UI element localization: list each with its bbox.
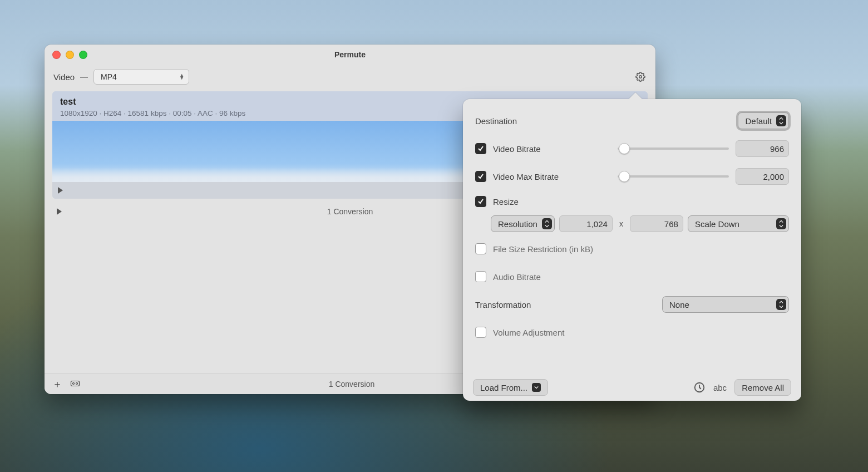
category-label: Video: [53, 72, 75, 82]
resize-mode-value: Resolution: [498, 219, 537, 229]
dimension-separator: x: [619, 219, 623, 228]
load-from-label: Load From...: [480, 383, 527, 392]
destination-select[interactable]: Default: [738, 112, 789, 129]
chevron-updown-icon: [776, 115, 786, 126]
svg-point-2: [73, 382, 75, 384]
audio-bitrate-checkbox[interactable]: [475, 271, 486, 282]
play-icon[interactable]: [58, 187, 63, 194]
remove-all-label: Remove All: [742, 383, 784, 392]
resize-width-field[interactable]: 1,024: [559, 215, 613, 232]
chevron-updown-icon: [776, 299, 786, 310]
filesize-label: File Size Restriction (in kB): [493, 244, 593, 254]
volume-label: Volume Adjustment: [493, 328, 564, 337]
resize-scale-select[interactable]: Scale Down: [688, 215, 789, 232]
svg-point-0: [639, 76, 642, 78]
start-all-icon[interactable]: [57, 208, 62, 215]
popover-toolbar: Load From... abc Remove All: [463, 374, 801, 401]
titlebar: Permute: [45, 45, 655, 65]
load-from-button[interactable]: Load From...: [473, 379, 548, 396]
list-summary-text: 1 Conversion: [327, 207, 373, 216]
video-bitrate-checkbox[interactable]: [475, 143, 486, 154]
svg-rect-1: [71, 381, 80, 386]
resize-checkbox[interactable]: [475, 196, 486, 207]
settings-gear-icon[interactable]: [634, 71, 647, 83]
filesize-checkbox[interactable]: [475, 243, 486, 254]
chevron-down-icon: [532, 383, 541, 392]
video-max-bitrate-value[interactable]: 2,000: [736, 168, 789, 185]
chevron-updown-icon: [776, 218, 786, 229]
stepper-icon: ▲▼: [179, 74, 184, 80]
presets-icon[interactable]: [70, 380, 80, 389]
transformation-label: Transformation: [475, 300, 531, 309]
separator: —: [80, 72, 88, 81]
video-bitrate-label: Video Bitrate: [493, 144, 541, 154]
destination-value: Default: [745, 116, 772, 126]
audio-bitrate-label: Audio Bitrate: [493, 272, 541, 282]
history-icon[interactable]: [693, 381, 706, 394]
video-max-bitrate-checkbox[interactable]: [475, 171, 486, 182]
video-max-bitrate-slider[interactable]: [618, 171, 729, 182]
resize-scale-value: Scale Down: [695, 219, 739, 229]
svg-point-3: [76, 382, 78, 384]
volume-checkbox[interactable]: [475, 327, 486, 338]
transformation-select[interactable]: None: [662, 296, 789, 313]
resize-height-field[interactable]: 768: [630, 215, 683, 232]
add-button[interactable]: ＋: [52, 379, 62, 389]
destination-label: Destination: [475, 116, 517, 126]
settings-popover: Destination Default Video Bitrate 966 Vi…: [463, 99, 801, 401]
format-select[interactable]: MP4 ▲▼: [93, 69, 189, 85]
video-max-bitrate-label: Video Max Bitrate: [493, 172, 559, 181]
desktop-wallpaper: Permute Video — MP4 ▲▼ test 1080x1920 · …: [0, 0, 868, 472]
resize-label: Resize: [493, 197, 519, 206]
transformation-value: None: [669, 300, 689, 309]
toolbar: Video — MP4 ▲▼: [45, 65, 655, 89]
remove-all-button[interactable]: Remove All: [734, 379, 791, 396]
resize-mode-select[interactable]: Resolution: [491, 215, 555, 232]
format-select-value: MP4: [101, 72, 117, 81]
video-bitrate-slider[interactable]: [618, 143, 729, 154]
abc-button[interactable]: abc: [713, 383, 727, 392]
chevron-updown-icon: [542, 218, 552, 229]
window-title: Permute: [45, 50, 655, 59]
video-bitrate-value[interactable]: 966: [736, 140, 789, 157]
